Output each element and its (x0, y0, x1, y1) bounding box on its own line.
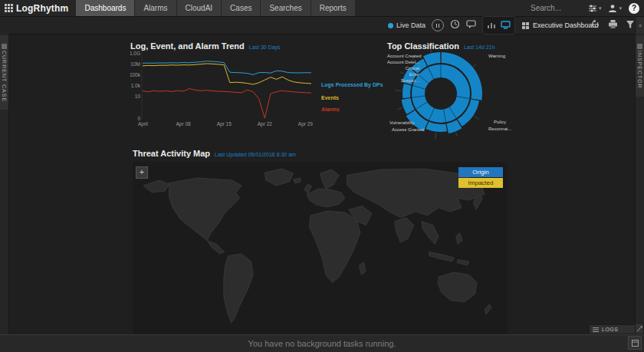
x-axis-tick: Apr 29 (298, 121, 314, 127)
logs-tab[interactable]: LOGS (589, 324, 636, 334)
right-strip: INSPECTOR (635, 34, 644, 335)
current-case-label: CURRENT CASE (2, 51, 7, 102)
chevron-down-icon: ▾ (619, 5, 622, 12)
view-mode-toggle (482, 16, 515, 35)
y-axis-tick: 10 (135, 94, 141, 99)
logo-dots-icon (5, 4, 13, 12)
legend-origin-button[interactable]: Origin (458, 167, 503, 177)
donut-segment-3[interactable] (426, 122, 447, 132)
chevron-down-icon: ▾ (599, 5, 602, 12)
inspector-icon (637, 44, 642, 49)
top-bar: LogRhythm Dashboards Alarms CloudAI Case… (0, 0, 644, 17)
threat-activity-map[interactable]: + Origin Impacted (133, 162, 508, 338)
logo-text: LogRhythm (16, 3, 68, 14)
segment-label-vulnerability[interactable]: Vulnerability (389, 120, 414, 125)
chart-view-icon (487, 21, 496, 29)
x-axis-tick: April (138, 121, 149, 127)
panel-icon (632, 340, 639, 347)
history-button[interactable] (450, 18, 460, 32)
chart-view-button[interactable] (487, 18, 496, 32)
logs-expand-button[interactable] (635, 323, 644, 334)
printer-icon (608, 19, 618, 29)
threat-map-title: Threat Activity Map (133, 149, 210, 158)
tab-searches[interactable]: Searches (261, 0, 310, 16)
notifications-button[interactable] (466, 18, 476, 32)
x-axis-tick: Apr 08 (176, 121, 192, 127)
dashboard-selector[interactable]: Executive Dashboard (521, 21, 599, 30)
segment-label-error[interactable]: Error (387, 72, 419, 77)
status-bar: You have no background tasks running. (0, 334, 644, 352)
tab-dashboards[interactable]: Dashboards (76, 0, 135, 16)
main-nav: Dashboards Alarms CloudAI Cases Searches… (76, 0, 355, 16)
left-strip: CURRENT CASE (0, 34, 9, 335)
x-axis-tick: Apr 15 (217, 121, 232, 127)
toolbar-panel-toggle[interactable]: ≡ (636, 17, 644, 34)
monitor-view-button[interactable] (501, 18, 511, 32)
user-icon (608, 4, 617, 13)
y-axis-tick: 10M (130, 61, 140, 67)
help-icon[interactable]: ? (629, 3, 639, 14)
threat-map-panel: Threat Activity MapLast Updated 05/01/20… (133, 146, 508, 334)
donut-segment-6[interactable] (402, 84, 411, 98)
settings-menu-button[interactable]: ▾ (588, 4, 602, 13)
live-data-indicator: Live Data (388, 21, 426, 29)
toolbar-right (590, 17, 635, 34)
tab-cases[interactable]: Cases (222, 0, 261, 16)
donut-inner-ring (419, 71, 464, 117)
segment-label-access-granted[interactable]: Access Granted (392, 127, 425, 132)
current-case-tab[interactable]: CURRENT CASE (0, 35, 8, 110)
live-dot-icon (388, 23, 393, 28)
inspector-label: INSPECTOR (637, 51, 642, 89)
segment-label-suspicious[interactable]: Suspici... (387, 78, 419, 83)
y-axis-tick: 0 (137, 116, 140, 121)
legend-impacted-button[interactable]: Impacted (458, 178, 503, 188)
x-axis-tick: Apr 22 (258, 121, 273, 127)
print-button[interactable] (608, 18, 618, 32)
tab-reports[interactable]: Reports (311, 0, 356, 16)
toolbar-center: Live Data (388, 17, 599, 34)
series-label-alarms[interactable]: Alarms (321, 107, 340, 112)
user-menu-button[interactable]: ▾ (608, 4, 622, 13)
trend-chart-panel: Log, Event, and Alarm TrendLast 30 Days … (130, 38, 362, 144)
segment-label-warning[interactable]: Warning (488, 54, 505, 58)
background-tasks-message: You have no background tasks running. (248, 339, 396, 348)
grid-icon (521, 21, 530, 30)
logrhythm-dashboard: LogRhythm Dashboards Alarms CloudAI Case… (0, 0, 644, 352)
undo-icon (590, 19, 600, 29)
y-axis-tick: 100k (130, 72, 141, 77)
classification-chart-panel: Top ClassificationLast 14d 21h Warning P… (387, 38, 519, 152)
live-data-label: Live Data (396, 21, 426, 29)
logs-tab-label: LOGS (602, 327, 618, 332)
search-input[interactable] (529, 3, 581, 13)
donut-segment-9[interactable] (423, 52, 440, 66)
map-zoom-in-button[interactable]: + (136, 166, 148, 179)
threat-map-subtitle: Last Updated 05/01/2018 8:30 am (215, 152, 296, 157)
segment-label-account-created[interactable]: Account Created (387, 54, 419, 58)
world-map (133, 162, 508, 338)
series-label-logs[interactable]: Logs Processed By DPs (321, 82, 383, 87)
tab-cloudai[interactable]: CloudAI (177, 0, 222, 16)
segment-label-policy[interactable]: Policy (494, 120, 506, 124)
topbar-spacer (356, 0, 529, 16)
dashboard-selector-label: Executive Dashboard (533, 21, 599, 29)
refresh-button[interactable] (590, 18, 600, 32)
filter-button[interactable] (626, 18, 635, 32)
pause-button[interactable] (432, 19, 444, 31)
expand-icon (637, 326, 642, 331)
case-icon (2, 44, 7, 49)
map-legend: Origin Impacted (458, 167, 503, 188)
clock-icon (450, 19, 460, 29)
trend-series-2 (143, 89, 311, 118)
segment-label-reconnaissance[interactable]: Reconnai... (488, 127, 511, 131)
speech-bubble-icon (466, 20, 476, 29)
trend-chart[interactable]: 1.0G10M100k1.0k100AprilApr 08Apr 15Apr 2… (130, 48, 322, 143)
console-toggle-button[interactable] (628, 336, 642, 350)
logs-list-icon (593, 327, 599, 333)
segment-label-critical[interactable]: Critical (387, 66, 419, 71)
filter-funnel-icon (626, 20, 635, 29)
tab-alarms[interactable]: Alarms (135, 0, 176, 16)
segment-label-account-deleted[interactable]: Account Delet... (387, 60, 419, 64)
inspector-tab[interactable]: INSPECTOR (636, 35, 644, 97)
series-label-events[interactable]: Events (321, 95, 339, 100)
dashboard-toolbar: Live Data (0, 17, 644, 35)
